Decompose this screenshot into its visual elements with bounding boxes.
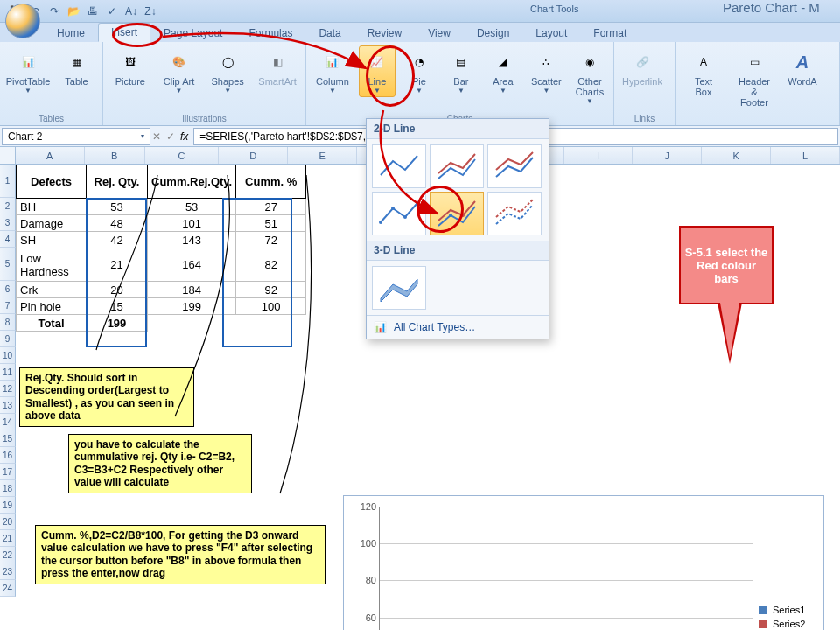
line-option-2[interactable] [430, 144, 484, 188]
legend-series2: Series2 [773, 619, 805, 629]
line-option-6[interactable] [487, 192, 542, 235]
row-header[interactable]: 24 [0, 580, 16, 597]
column-header[interactable]: C [145, 147, 220, 164]
qat-sort-icon[interactable]: A↓ [124, 4, 138, 18]
clipart-button[interactable]: 🎨Clip Art▼ [158, 46, 201, 97]
row-header[interactable]: 15 [0, 430, 16, 447]
office-button[interactable] [5, 4, 40, 38]
qat-redo-icon[interactable]: ↷ [47, 4, 61, 18]
row-header[interactable]: 2 [0, 198, 16, 214]
textbox-button[interactable]: AText Box [681, 46, 726, 100]
line-chart-button[interactable]: 📈Line▼ [359, 46, 396, 97]
column-header[interactable]: E [288, 147, 357, 164]
picture-button[interactable]: 🖼Picture [108, 46, 152, 89]
tab-home[interactable]: Home [44, 24, 98, 42]
row-header[interactable]: 6 [0, 281, 16, 298]
row-header[interactable]: 5 [0, 248, 16, 281]
tab-layout[interactable]: Layout [522, 24, 580, 42]
column-header[interactable]: A [16, 147, 85, 164]
column-header[interactable]: K [702, 147, 771, 164]
legend-series1: Series1 [773, 605, 805, 615]
cell[interactable]: SH [17, 232, 87, 248]
all-chart-types-button[interactable]: 📊 All Chart Types… [367, 315, 549, 339]
wordart-button[interactable]: AWordA [782, 46, 822, 89]
column-header[interactable]: B [85, 147, 145, 164]
line-option-5-markers-stacked[interactable] [430, 192, 484, 235]
row-header[interactable]: 8 [0, 314, 16, 331]
row-header[interactable]: 22 [0, 547, 16, 564]
line-option-4[interactable] [372, 192, 426, 235]
column-chart-button[interactable]: 📊Column▼ [312, 46, 354, 97]
row-header[interactable]: 20 [0, 514, 16, 530]
line-option-1[interactable] [372, 144, 426, 188]
cancel-formula-icon[interactable]: ✕ [152, 130, 161, 143]
cell[interactable]: Damage [17, 215, 87, 232]
fx-icon[interactable]: fx [180, 130, 188, 143]
clipart-icon: 🎨 [165, 48, 193, 76]
tab-formulas[interactable]: Formulas [235, 24, 305, 42]
cell[interactable]: Total [17, 315, 87, 332]
qat-spell-icon[interactable]: ✓ [105, 4, 119, 18]
table-button[interactable]: ▦ Table [56, 46, 97, 89]
column-header[interactable]: J [633, 147, 702, 164]
line-chart-icon: 📈 [363, 48, 391, 76]
embedded-chart[interactable]: 020406080100120BHDamageSHLow HardnessCrk… [343, 495, 824, 630]
row-header[interactable]: 19 [0, 497, 16, 514]
note-pct: Cumm. %,D2=C2/B8*100, For getting the D3… [35, 525, 326, 584]
line-option-3d[interactable] [372, 266, 426, 310]
cell[interactable]: Low Hardness [17, 248, 87, 282]
smartart-button[interactable]: ◧SmartArt [255, 46, 300, 89]
chevron-down-icon[interactable]: ▾ [141, 132, 144, 140]
cell[interactable]: BH [17, 199, 87, 215]
column-header[interactable]: L [771, 147, 840, 164]
accept-formula-icon[interactable]: ✓ [166, 130, 175, 143]
scatter-chart-icon: ∴ [532, 48, 560, 76]
dropdown-arrow-icon[interactable]: ▼ [24, 87, 32, 94]
row-header[interactable]: 9 [0, 331, 16, 347]
tab-insert[interactable]: Insert [98, 23, 150, 42]
row-header[interactable]: 23 [0, 564, 16, 580]
header-footer-button[interactable]: ▭Header & Footer [732, 46, 777, 110]
row-header[interactable]: 16 [0, 447, 16, 464]
tab-review[interactable]: Review [354, 24, 415, 42]
name-box[interactable]: Chart 2 ▾ [2, 128, 150, 145]
chart-ytick: 100 [354, 538, 376, 549]
area-chart-button[interactable]: ◢Area▼ [485, 46, 522, 97]
column-header[interactable]: I [564, 147, 634, 164]
dropdown-cat-2d: 2-D Line [367, 119, 549, 139]
row-header[interactable]: 4 [0, 231, 16, 248]
pivottable-button[interactable]: 📊 PivotTable ▼ [5, 46, 51, 97]
qat-open-icon[interactable]: 📂 [66, 4, 80, 18]
row-header[interactable]: 17 [0, 464, 16, 480]
tab-design[interactable]: Design [464, 24, 522, 42]
dropdown-cat-3d: 3-D Line [367, 241, 549, 261]
other-charts-button[interactable]: ◉Other Charts▼ [571, 46, 608, 108]
row-header[interactable]: 14 [0, 414, 16, 430]
chart-ytick: 60 [354, 612, 376, 623]
hyperlink-button[interactable]: 🔗Hyperlink [620, 46, 665, 89]
tab-page-layout[interactable]: Page Layout [150, 24, 235, 42]
row-header[interactable]: 21 [0, 530, 16, 547]
wordart-icon: A [788, 48, 816, 76]
line-option-3[interactable] [487, 144, 542, 188]
cell[interactable]: Pin hole [17, 298, 87, 315]
shapes-button[interactable]: ◯Shapes▼ [206, 46, 249, 97]
qat-print-icon[interactable]: 🖶 [86, 4, 100, 18]
bar-chart-button[interactable]: ▤Bar▼ [443, 46, 480, 97]
row-header[interactable]: 11 [0, 364, 16, 381]
row-header[interactable]: 18 [0, 480, 16, 497]
column-header[interactable]: D [219, 147, 288, 164]
tab-format[interactable]: Format [580, 24, 640, 42]
qat-sortz-icon[interactable]: Z↓ [144, 4, 158, 18]
row-header[interactable]: 1 [0, 164, 16, 198]
cell[interactable]: Crk [17, 282, 87, 298]
row-header[interactable]: 10 [0, 347, 16, 364]
row-header[interactable]: 7 [0, 298, 16, 314]
tab-data[interactable]: Data [305, 24, 354, 42]
row-header[interactable]: 12 [0, 381, 16, 397]
pie-chart-button[interactable]: ◔Pie▼ [401, 46, 438, 97]
scatter-chart-button[interactable]: ∴Scatter▼ [527, 46, 566, 97]
row-header[interactable]: 3 [0, 214, 16, 231]
row-header[interactable]: 13 [0, 397, 16, 414]
tab-view[interactable]: View [415, 24, 464, 42]
